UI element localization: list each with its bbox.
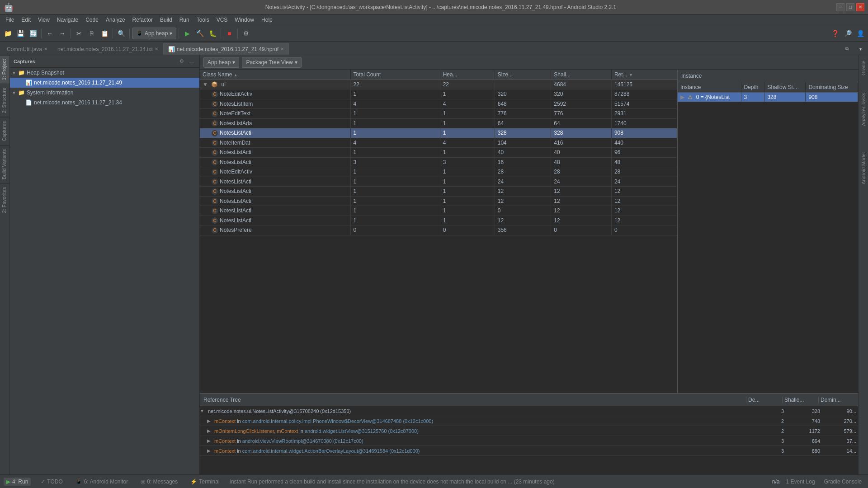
- stop-button[interactable]: ■: [223, 28, 235, 39]
- col-total-count[interactable]: Total Count: [350, 70, 440, 80]
- app-heap-dropdown[interactable]: App heap ▾: [203, 57, 239, 68]
- ref-row-0[interactable]: ▼ net.micode.notes.ui.NotesListActivity@…: [200, 406, 858, 416]
- forward-button[interactable]: →: [57, 28, 68, 39]
- ui-group-row[interactable]: ▼ 📦 ui 22 22 4684 145125: [200, 80, 677, 89]
- close-button[interactable]: ✕: [856, 3, 864, 11]
- panel-settings-button[interactable]: ⚙: [178, 57, 186, 66]
- todo-tab[interactable]: ✓ TODO: [38, 478, 65, 486]
- android-monitor-tab[interactable]: 📱 6: Android Monitor: [73, 478, 131, 486]
- left-tab-captures[interactable]: Captures: [0, 117, 9, 145]
- ref-row-3[interactable]: ▶ mContext in android.view.ViewRootImpl@…: [200, 436, 858, 446]
- menu-edit[interactable]: Edit: [18, 16, 34, 24]
- left-tab-favorites[interactable]: 2: Favorites: [0, 183, 9, 216]
- left-tab-project[interactable]: 1: Project: [0, 55, 9, 84]
- recent-files-button[interactable]: ▾: [854, 43, 866, 55]
- menu-window[interactable]: Window: [231, 16, 258, 24]
- tab-commutil-close[interactable]: ✕: [44, 47, 47, 52]
- system-info-expand[interactable]: ▼: [12, 90, 18, 95]
- ref-row-2[interactable]: ▶ mOnItemLongClickListener, mContext in …: [200, 426, 858, 436]
- tab-commutil[interactable]: CommUtil.java ✕: [2, 43, 52, 55]
- maximize-button[interactable]: □: [846, 3, 854, 11]
- build-button[interactable]: 🔨: [194, 28, 206, 39]
- left-tab-build-variants[interactable]: Build Variants: [0, 145, 9, 183]
- event-log-tab[interactable]: 1 Event Log: [783, 478, 818, 486]
- class-row-2[interactable]: CNoteEditText 1 1 776 776 2931: [200, 109, 677, 119]
- sync-button[interactable]: 🔄: [27, 28, 39, 39]
- menu-view[interactable]: View: [34, 16, 53, 24]
- back-button[interactable]: ←: [44, 28, 56, 39]
- search-button[interactable]: 🔍: [115, 28, 127, 39]
- open-folder-button[interactable]: 📁: [2, 28, 14, 39]
- col-shallow[interactable]: Shall...: [551, 70, 612, 80]
- copy-button[interactable]: ⎘: [86, 28, 98, 39]
- run-button[interactable]: ▶: [181, 28, 193, 39]
- class-row-4[interactable]: CNotesListActi 1 1 328 328 908: [200, 128, 677, 138]
- package-tree-dropdown[interactable]: Package Tree View ▾: [242, 57, 301, 68]
- class-row-6[interactable]: CNotesListActi 1 1 40 40 96: [200, 148, 677, 158]
- run-tab[interactable]: ▶ 4: Run: [4, 478, 31, 486]
- paste-button[interactable]: 📋: [99, 28, 110, 39]
- menu-run[interactable]: Run: [176, 16, 193, 24]
- col-heap[interactable]: Hea...: [440, 70, 495, 80]
- help-button[interactable]: ❓: [829, 28, 841, 39]
- col-class-name[interactable]: Class Name ▲: [200, 70, 350, 80]
- right-tab-gradle[interactable]: Gradle: [859, 57, 868, 79]
- ref-row-2-expand[interactable]: ▶: [207, 428, 211, 433]
- class-row-10[interactable]: CNotesListActi 1 1 12 12 12: [200, 187, 677, 197]
- messages-tab[interactable]: ◎ 0: Messages: [138, 478, 180, 486]
- ref-row-1[interactable]: ▶ mContext in com.android.internal.polic…: [200, 416, 858, 426]
- user-button[interactable]: 👤: [854, 28, 866, 39]
- menu-navigate[interactable]: Navigate: [53, 16, 82, 24]
- minimize-button[interactable]: ─: [836, 3, 844, 11]
- class-row-5[interactable]: CNoteItemDat 4 4 104 416 440: [200, 138, 677, 148]
- heap-snapshot-group[interactable]: ▼ 📁 Heap Snapshot: [10, 68, 199, 78]
- terminal-tab[interactable]: ⚡ Terminal: [188, 478, 222, 486]
- system-info-group[interactable]: ▼ 📁 System Information: [10, 88, 199, 98]
- system-info-file[interactable]: 📄 net.micode.notes_2016.11.27_21.34: [10, 98, 199, 108]
- col-retained[interactable]: Ret... ▼: [611, 70, 677, 80]
- menu-code[interactable]: Code: [82, 16, 102, 24]
- menu-analyze[interactable]: Analyze: [102, 16, 129, 24]
- col-size[interactable]: Size...: [495, 70, 551, 80]
- search-everywhere-button[interactable]: 🔎: [842, 28, 854, 39]
- menu-vcs[interactable]: VCS: [213, 16, 231, 24]
- ref-row-4-expand[interactable]: ▶: [207, 448, 211, 453]
- app-selector[interactable]: 📱 App heap ▾: [132, 28, 176, 39]
- ref-row-1-expand[interactable]: ▶: [207, 418, 211, 423]
- tab-txt[interactable]: net.micode.notes_2016.11.27_21.34.txt ✕: [52, 43, 163, 55]
- tab-txt-close[interactable]: ✕: [155, 47, 158, 52]
- cut-button[interactable]: ✂: [73, 28, 85, 39]
- heap-snapshot-file[interactable]: 📊 net.micode.notes_2016.11.27_21.49: [10, 78, 199, 88]
- class-row-3[interactable]: CNotesListAda 1 1 64 64 1740: [200, 118, 677, 128]
- right-tab-analyzer[interactable]: Analyzer Tasks: [859, 89, 868, 130]
- class-row-13[interactable]: CNotesListActi 1 1 12 12 12: [200, 216, 677, 225]
- menu-file[interactable]: File: [2, 16, 18, 24]
- menu-tools[interactable]: Tools: [193, 16, 213, 24]
- left-tab-structure[interactable]: 2: Structure: [0, 84, 9, 117]
- save-button[interactable]: 💾: [14, 28, 26, 39]
- menu-refactor[interactable]: Refactor: [129, 16, 156, 24]
- inst-col-depth[interactable]: Depth: [741, 82, 764, 93]
- class-row-14[interactable]: CNotesPrefere 0 0 356 0 0: [200, 225, 677, 235]
- right-tab-android-model[interactable]: Android Model: [859, 149, 868, 188]
- class-row-7[interactable]: CNotesListActi 3 3 16 48 48: [200, 157, 677, 167]
- debug-button[interactable]: 🐛: [207, 28, 218, 39]
- settings-button[interactable]: ⚙: [240, 28, 252, 39]
- tab-hprof[interactable]: 📊 net.micode.notes_2016.11.27_21.49.hpro…: [163, 43, 289, 55]
- menu-help[interactable]: Help: [258, 16, 276, 24]
- gradle-console-tab[interactable]: Gradle Console: [821, 478, 864, 486]
- instance-row-0[interactable]: ▶ ⚠ 0 = {NotesList 3 328 908: [678, 93, 858, 102]
- ref-row-3-expand[interactable]: ▶: [207, 438, 211, 443]
- inst-col-instance[interactable]: Instance: [678, 82, 741, 93]
- class-row-1[interactable]: CNotesListItem 4 4 648 2592 51574: [200, 99, 677, 109]
- panel-collapse-button[interactable]: —: [188, 57, 196, 66]
- class-row-8[interactable]: CNoteEditActiv 1 1 28 28 28: [200, 167, 677, 177]
- inst-col-shallow[interactable]: Shallow Si...: [764, 82, 806, 93]
- split-button[interactable]: ⧉: [841, 43, 853, 55]
- menu-build[interactable]: Build: [156, 16, 176, 24]
- tab-hprof-close[interactable]: ✕: [280, 47, 284, 52]
- class-row-0[interactable]: CNoteEditActiv 1 1 320 320 87288: [200, 89, 677, 99]
- class-row-12[interactable]: CNotesListActi 1 1 0 12 12: [200, 206, 677, 216]
- ref-row-4[interactable]: ▶ mContext in com.android.internal.widge…: [200, 446, 858, 456]
- class-row-9[interactable]: CNotesListActi 1 1 24 24 24: [200, 177, 677, 187]
